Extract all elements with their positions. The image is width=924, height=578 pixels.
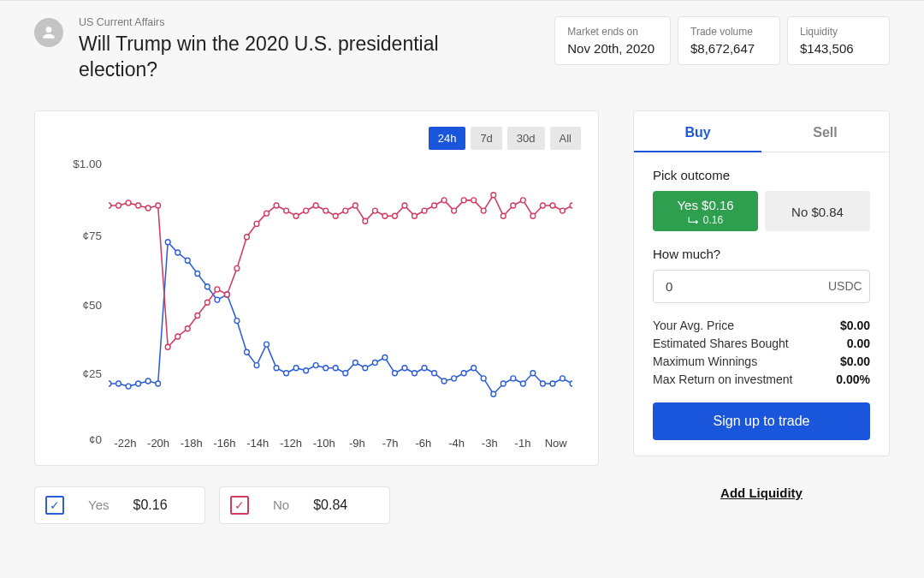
svg-point-70 (323, 208, 329, 213)
legend-no[interactable]: ✓ No $0.84 (219, 486, 390, 524)
tab-sell[interactable]: Sell (761, 111, 889, 152)
svg-point-51 (136, 203, 141, 208)
svg-point-55 (175, 334, 181, 339)
svg-point-17 (274, 365, 279, 370)
svg-point-63 (254, 221, 259, 226)
legend-price: $0.84 (313, 498, 347, 513)
svg-point-25 (352, 360, 358, 365)
svg-point-42 (520, 381, 525, 386)
add-liquidity-link[interactable]: Add Liquidity (633, 486, 890, 500)
svg-point-35 (452, 376, 457, 381)
outcome-no-text: No $0.84 (791, 205, 844, 219)
legend-label: Yes (88, 498, 109, 512)
range-30d-button[interactable]: 30d (507, 127, 545, 150)
amount-label: How much? (653, 247, 870, 261)
svg-point-71 (333, 213, 338, 218)
stat-value: Nov 20th, 2020 (567, 41, 654, 56)
svg-point-89 (511, 203, 516, 208)
svg-point-32 (422, 365, 427, 370)
svg-point-10 (204, 284, 210, 289)
svg-point-16 (264, 342, 270, 347)
svg-point-91 (530, 213, 536, 218)
svg-point-22 (323, 365, 329, 370)
x-tick: -20h (142, 437, 175, 450)
amount-input[interactable] (666, 279, 828, 294)
svg-point-56 (185, 326, 190, 331)
y-tick: $1.00 (73, 158, 102, 170)
est-value: $0.00 (840, 355, 870, 368)
svg-point-85 (471, 198, 477, 203)
svg-point-54 (165, 344, 170, 349)
svg-point-37 (471, 365, 477, 370)
x-tick: -16h (208, 437, 241, 450)
y-tick: ¢75 (82, 229, 102, 242)
x-tick: -12h (275, 437, 308, 450)
est-label: Your Avg. Price (653, 319, 734, 332)
checkbox-icon[interactable]: ✓ (230, 496, 249, 515)
svg-point-9 (195, 271, 200, 276)
tab-buy[interactable]: Buy (634, 111, 761, 152)
outcome-no-button[interactable]: No $0.84 (765, 191, 870, 231)
svg-point-46 (560, 376, 566, 381)
svg-point-86 (481, 208, 486, 213)
svg-point-73 (352, 203, 358, 208)
svg-point-2 (126, 384, 131, 389)
svg-point-90 (520, 198, 525, 203)
svg-point-30 (402, 365, 407, 370)
svg-point-21 (313, 362, 318, 367)
svg-point-3 (136, 381, 141, 386)
svg-point-67 (293, 213, 299, 218)
svg-point-44 (541, 381, 546, 386)
svg-point-38 (481, 376, 486, 381)
svg-point-80 (422, 208, 427, 213)
svg-point-81 (432, 203, 437, 208)
svg-point-74 (363, 218, 368, 223)
svg-point-59 (215, 287, 220, 292)
svg-point-1 (116, 381, 121, 386)
svg-point-47 (570, 381, 572, 386)
legend-yes[interactable]: ✓ Yes $0.16 (34, 486, 205, 524)
x-tick: -3h (473, 437, 506, 450)
svg-point-33 (432, 371, 437, 376)
svg-point-8 (185, 258, 190, 263)
svg-point-64 (264, 211, 270, 216)
range-all-button[interactable]: All (550, 127, 581, 150)
svg-point-93 (550, 203, 555, 208)
svg-point-15 (254, 362, 259, 367)
svg-point-83 (452, 208, 457, 213)
amount-input-box[interactable]: USDC (653, 270, 870, 303)
svg-point-13 (234, 318, 240, 323)
svg-point-69 (313, 203, 318, 208)
x-tick: -9h (341, 437, 374, 450)
est-label: Estimated Shares Bought (653, 337, 789, 350)
svg-point-57 (195, 313, 200, 318)
range-7d-button[interactable]: 7d (471, 127, 501, 150)
svg-point-27 (372, 360, 377, 365)
svg-point-95 (570, 203, 572, 208)
signup-button[interactable]: Sign up to trade (653, 402, 870, 440)
range-24h-button[interactable]: 24h (429, 127, 466, 150)
x-tick: -1h (506, 437, 540, 450)
checkbox-icon[interactable]: ✓ (45, 496, 64, 515)
outcome-yes-sub: 0.16 (658, 214, 753, 226)
svg-point-7 (175, 250, 181, 255)
svg-point-72 (343, 208, 348, 213)
trade-panel: Buy Sell Pick outcome Yes $0.16 0.16 (633, 110, 890, 456)
svg-point-94 (560, 208, 566, 213)
stat-label: Market ends on (567, 26, 654, 38)
x-tick: -4h (440, 437, 473, 450)
svg-point-76 (382, 213, 388, 218)
svg-point-5 (156, 381, 161, 386)
svg-point-62 (245, 234, 250, 239)
outcome-yes-button[interactable]: Yes $0.16 0.16 (653, 191, 758, 231)
svg-point-26 (363, 365, 368, 370)
svg-point-28 (382, 355, 388, 360)
est-value: 0.00 (847, 337, 870, 350)
svg-point-40 (500, 381, 506, 386)
svg-point-84 (461, 198, 466, 203)
svg-point-78 (402, 203, 407, 208)
y-tick: ¢25 (82, 367, 102, 380)
outcome-yes-text: Yes $0.16 (658, 198, 753, 212)
svg-point-66 (284, 208, 289, 213)
chart-area: $1.00 ¢75 ¢50 ¢25 ¢0 -22h-20h-18h-16h-14… (50, 155, 581, 455)
